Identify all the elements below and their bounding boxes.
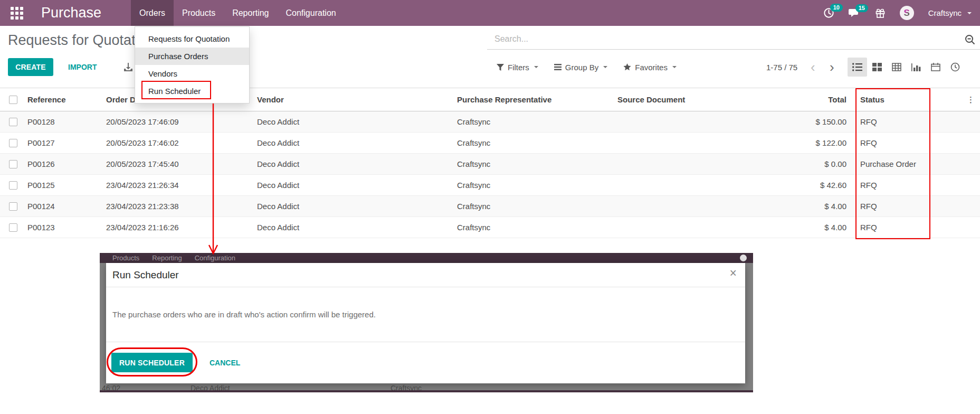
activity-view-button[interactable] (945, 58, 965, 77)
graph-view-button[interactable] (906, 58, 926, 77)
dialog-header: Run Scheduler × (106, 263, 745, 287)
row-checkbox[interactable] (9, 118, 17, 126)
optional-columns-icon[interactable]: ⋮ (962, 95, 980, 105)
row-checkbox[interactable] (9, 181, 17, 190)
view-switcher (848, 56, 965, 78)
star-icon (623, 63, 631, 71)
user-name[interactable]: Craftsync (928, 8, 962, 17)
filters-button[interactable]: Filters (497, 63, 538, 72)
group-by-button[interactable]: Group By (554, 63, 607, 72)
col-total[interactable]: Total (749, 95, 851, 104)
dialog-body: The purchase orders who are in draft who… (106, 287, 745, 342)
user-menu-caret[interactable] (967, 12, 972, 14)
col-source-document[interactable]: Source Document (613, 95, 749, 104)
table-row[interactable]: P00128 20/05/2023 17:46:09 Deco Addict C… (0, 111, 980, 133)
pager-counter: 1-75 / 75 (766, 56, 797, 78)
table-row[interactable]: P00125 23/04/2023 21:26:34 Deco Addict C… (0, 175, 980, 196)
favorites-button[interactable]: Favorites (623, 63, 677, 72)
table-row[interactable]: P00126 20/05/2023 17:45:40 Deco Addict C… (0, 154, 980, 175)
pager-next[interactable]: › (830, 56, 834, 78)
list-view-button[interactable] (848, 58, 867, 77)
menu-products[interactable]: Products (174, 0, 224, 26)
kanban-view-button[interactable] (867, 58, 887, 77)
row-checkbox[interactable] (9, 202, 17, 211)
apps-grid-icon[interactable] (11, 7, 23, 20)
col-purchase-representative[interactable]: Purchase Representative (453, 95, 613, 104)
table-row[interactable]: P00127 20/05/2023 17:46:02 Deco Addict C… (0, 133, 980, 154)
dropdown-item-requests-for-quotation[interactable]: Requests for Quotation (135, 30, 249, 48)
top-menu: Orders Products Reporting Configuration (131, 0, 345, 26)
dimmed-menu-configuration: Configuration (195, 254, 235, 262)
dimmed-systray-icon (740, 255, 747, 261)
run-scheduler-panel: Products Reporting Configuration Run Sch… (100, 253, 753, 392)
menu-orders[interactable]: Orders (131, 0, 174, 26)
dropdown-item-purchase-orders[interactable]: Purchase Orders (135, 48, 249, 65)
search-input[interactable] (493, 32, 947, 46)
table-row[interactable]: P00123 23/04/2023 21:16:26 Deco Addict C… (0, 217, 980, 238)
page-title: Requests for Quotation (8, 32, 155, 49)
activity-clock-icon[interactable]: 10 (823, 7, 834, 18)
col-status[interactable]: Status (851, 95, 962, 104)
close-icon[interactable]: × (730, 267, 737, 279)
dimmed-navbar-strip: Products Reporting Configuration (100, 253, 753, 263)
dropdown-item-vendors[interactable]: Vendors (135, 65, 249, 82)
dimmed-menu-reporting: Reporting (152, 254, 182, 262)
pivot-view-button[interactable] (887, 58, 906, 77)
table-row[interactable]: P00124 23/04/2023 21:23:38 Deco Addict C… (0, 196, 980, 217)
panel-bottom-edge (100, 390, 753, 392)
activity-count-badge: 10 (830, 4, 843, 12)
select-all-checkbox[interactable] (9, 96, 17, 104)
search-icon[interactable] (964, 34, 976, 45)
row-checkbox[interactable] (9, 160, 17, 168)
dialog-footer: RUN SCHEDULER CANCEL (106, 342, 745, 383)
group-by-icon (554, 64, 562, 70)
purchase-app-window: Purchase Orders Products Reporting Confi… (0, 0, 980, 414)
menu-configuration[interactable]: Configuration (278, 0, 345, 26)
run-scheduler-dialog: Run Scheduler × The purchase orders who … (106, 263, 745, 383)
dropdown-item-run-scheduler[interactable]: Run Scheduler (135, 82, 249, 100)
row-checkbox[interactable] (9, 223, 17, 232)
menu-reporting[interactable]: Reporting (224, 0, 277, 26)
row-checkbox[interactable] (9, 139, 17, 147)
dialog-title: Run Scheduler (112, 269, 179, 281)
messages-icon[interactable]: 15 (849, 8, 861, 18)
run-scheduler-button[interactable]: RUN SCHEDULER (111, 353, 193, 372)
col-reference[interactable]: Reference (23, 95, 102, 104)
app-title[interactable]: Purchase (41, 5, 101, 21)
funnel-icon (497, 64, 504, 71)
cancel-button[interactable]: CANCEL (210, 359, 240, 367)
user-avatar[interactable]: S (900, 6, 914, 20)
systray: 10 15 S Craftsync (823, 6, 972, 20)
pager-previous[interactable]: ‹ (811, 56, 815, 78)
dimmed-menu-products: Products (112, 254, 139, 262)
calendar-view-button[interactable] (926, 58, 945, 77)
rfq-list: Reference Order Date Vendor Purchase Rep… (0, 88, 980, 238)
col-vendor[interactable]: Vendor (253, 95, 453, 104)
message-count-badge: 15 (855, 4, 868, 12)
dialog-message: The purchase orders who are in draft who… (112, 310, 376, 319)
gift-icon[interactable] (875, 8, 886, 18)
top-navbar: Purchase Orders Products Reporting Confi… (0, 0, 980, 26)
orders-dropdown-menu: Requests for Quotation Purchase Orders V… (135, 26, 250, 103)
search-bar (487, 30, 980, 50)
